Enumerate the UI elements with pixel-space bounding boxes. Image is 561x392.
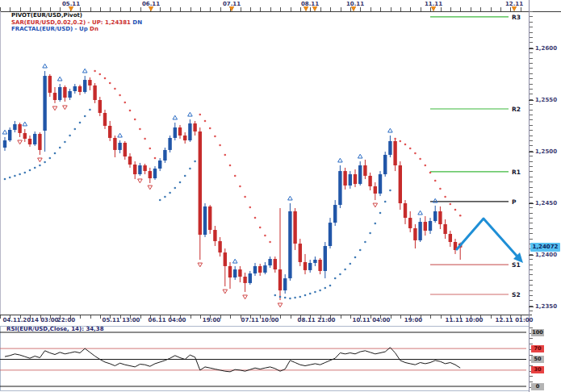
sar-dot-up	[84, 115, 86, 118]
sar-dot-up	[24, 172, 27, 174]
sar-dot-up	[174, 187, 177, 190]
candle-body	[38, 134, 41, 150]
candle-body	[263, 265, 266, 273]
day-marker-icon	[512, 6, 517, 11]
fractal-dn-label: Dn	[90, 26, 98, 32]
projection-arrow-head	[513, 252, 523, 263]
sar-dot-up	[299, 296, 302, 298]
price-axis-major-tick	[529, 255, 534, 256]
candle-body	[208, 206, 211, 230]
rsi-level-badge-0: 0	[531, 383, 544, 390]
fractal-up-icon	[358, 154, 362, 158]
rsi-indicator-label: RSI(EUR/USD,Close, 14): 34,38	[6, 326, 104, 332]
candle-body	[233, 269, 237, 277]
fractal-down-icon	[18, 140, 23, 144]
bottom-axis-time: 19:00	[203, 317, 220, 323]
candle-body	[408, 218, 412, 228]
day-marker-icon	[351, 6, 356, 11]
candle-body	[228, 266, 232, 277]
sar-dot-down	[244, 196, 246, 198]
fractal-down-icon	[223, 290, 228, 294]
candle-body	[243, 277, 246, 283]
sar-dot-up	[334, 277, 337, 280]
sar-dot-up	[159, 199, 161, 202]
bottom-axis-line	[0, 315, 532, 315]
sar-dot-up	[44, 161, 46, 164]
sar-dot-up	[279, 296, 282, 298]
sar-dot-up	[389, 190, 391, 192]
candle-body	[253, 266, 257, 273]
sar-dot-up	[274, 294, 277, 297]
price-axis-major-tick	[529, 152, 534, 152]
candle-body	[358, 165, 362, 184]
candle-body	[88, 80, 91, 85]
bottom-axis-time: 22:00	[57, 317, 75, 323]
sar-dot-down	[144, 138, 146, 140]
bottom-axis-time: 12.11 01:00	[496, 317, 534, 323]
sar-dot-down	[450, 203, 452, 206]
sar-dot-up	[59, 147, 61, 149]
fractal-down-icon	[63, 106, 68, 110]
sar-dot-down	[439, 188, 442, 190]
sar-dot-up	[354, 256, 357, 259]
candle-body	[183, 136, 186, 140]
candle-body	[113, 138, 116, 150]
sar-dot-down	[239, 186, 241, 188]
rsi-level-badge-30: 30	[531, 366, 544, 373]
fractal-down-icon	[38, 158, 43, 162]
sar-dot-down	[264, 235, 266, 237]
sar-dot-up	[164, 196, 166, 198]
sar-dot-down	[99, 73, 102, 76]
candle-body	[149, 171, 152, 178]
fractal-up-icon	[82, 69, 87, 73]
sar-dot-down	[129, 110, 132, 112]
candle-body	[23, 133, 27, 139]
sar-dot-up	[384, 201, 387, 203]
candle-body	[293, 211, 296, 244]
sar-dot-down	[434, 180, 437, 182]
candle-body	[363, 165, 366, 176]
fractal-down-icon	[138, 179, 143, 183]
candle-body	[18, 124, 21, 133]
candle-body	[178, 127, 182, 136]
day-marker-icon	[431, 6, 436, 11]
sar-dot-down	[219, 144, 221, 147]
candle-body	[33, 134, 36, 144]
sar-dot-up	[74, 128, 77, 131]
sar-dot-down	[119, 94, 121, 97]
day-marker-icon	[304, 6, 308, 11]
price-axis-minor-ticks	[530, 11, 533, 315]
fractal-up-icon	[388, 128, 393, 132]
sar-dot-down	[209, 127, 211, 130]
candle-body	[13, 124, 16, 130]
candle-body	[58, 87, 61, 100]
sar-dot-down	[259, 227, 262, 229]
bottom-axis-time: 19:00	[404, 317, 422, 323]
sar-dot-up	[9, 177, 11, 179]
candle-body	[213, 230, 216, 241]
sar-dot-down	[104, 77, 107, 80]
candle-body	[78, 86, 82, 92]
candle-body	[153, 169, 157, 178]
sar-dot-up	[14, 175, 16, 177]
rsi-level-badge-70: 70	[531, 345, 544, 352]
candle-body	[354, 174, 357, 184]
bottom-axis-time: 06.11 04:00	[149, 317, 186, 323]
sar-dot-down	[429, 172, 432, 174]
candle-body	[193, 123, 196, 131]
candle-body	[163, 150, 166, 161]
price-axis-major-tick	[529, 100, 534, 101]
bottom-axis-time: 05.11 13:00	[103, 317, 140, 323]
sar-dot-down	[409, 148, 412, 150]
fractal-label: FRACTAL(EUR/USD) -	[11, 26, 77, 32]
candle-body	[238, 269, 241, 277]
sar-dot-up	[369, 232, 371, 235]
bottom-axis-time: 11.11 10:00	[446, 317, 484, 323]
candle-body	[83, 80, 86, 92]
sar-dot-up	[284, 297, 287, 299]
sar-dot-up	[189, 168, 191, 170]
price-axis-label: 1,2450	[535, 200, 557, 206]
fractal-up-icon	[418, 211, 423, 215]
sar-dot-down	[149, 148, 152, 150]
sar-dot-up	[344, 269, 346, 271]
